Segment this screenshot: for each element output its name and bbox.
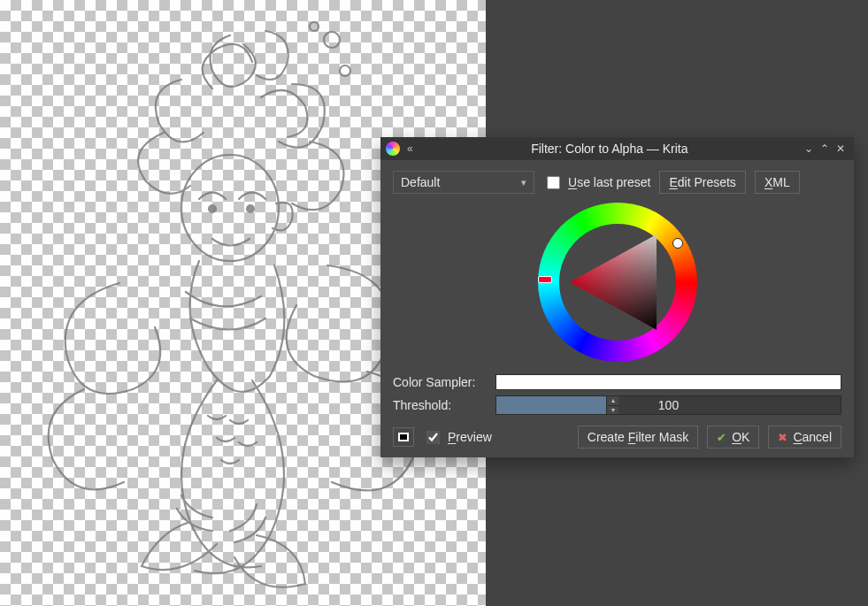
svg-marker-7 [570,234,657,330]
hue-handle[interactable] [538,276,552,283]
cancel-x-icon: ✖ [778,431,787,444]
preview-label: Preview [448,430,492,444]
sv-handle[interactable] [672,238,683,249]
use-last-preset-label: Use last preset [568,175,650,189]
create-filter-mask-button[interactable]: Create Filter Mask [578,426,698,449]
threshold-value: 100 [496,396,841,414]
ok-button[interactable]: ✔ OK [707,426,759,449]
dialog-titlebar[interactable]: « Filter: Color to Alpha — Krita ⌄ ⌃ ✕ [380,137,854,160]
color-wheel[interactable] [538,203,697,362]
svg-point-0 [324,32,340,48]
filter-dialog: « Filter: Color to Alpha — Krita ⌄ ⌃ ✕ D… [380,137,854,457]
svg-point-5 [247,205,254,212]
svg-point-4 [209,205,216,212]
color-sampler-swatch[interactable] [495,374,841,390]
use-last-preset-box[interactable] [547,176,560,189]
dialog-title: Filter: Color to Alpha — Krita [419,142,801,156]
svg-point-1 [340,65,350,76]
threshold-label: Threshold: [393,398,485,412]
preview-box[interactable] [426,431,440,444]
preset-selected: Default [401,175,440,189]
krita-app-icon [386,142,400,156]
view-mode-icon [398,433,409,441]
edit-presets-button[interactable]: Edit Presets [659,171,745,194]
svg-point-3 [181,155,279,261]
xml-button[interactable]: XML [755,171,800,194]
color-sampler-label: Color Sampler: [393,375,485,389]
ok-check-icon: ✔ [717,431,726,444]
preview-check[interactable]: Preview [423,428,492,447]
svg-point-2 [310,22,319,31]
close-button[interactable]: ✕ [833,141,849,157]
minimize-button[interactable]: ⌄ [801,141,817,157]
sv-triangle[interactable] [570,234,665,330]
threshold-slider[interactable]: 100 ▲ ▼ [495,395,841,415]
preset-combo[interactable]: Default [393,171,534,194]
cancel-button[interactable]: ✖ Cancel [768,426,841,449]
view-mode-button[interactable] [393,427,414,447]
use-last-preset-check[interactable]: Use last preset [543,173,650,192]
maximize-button[interactable]: ⌃ [817,141,833,157]
shade-icon[interactable]: « [407,142,413,155]
